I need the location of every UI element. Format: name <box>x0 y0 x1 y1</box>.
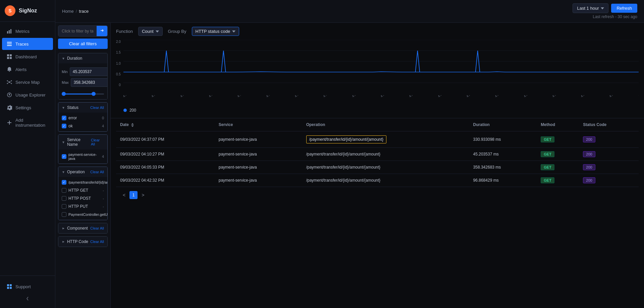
status-error-left: ✓ error <box>62 116 77 120</box>
chart-svg <box>123 40 639 94</box>
service-name-label: payment-service-java <box>68 152 102 161</box>
duration-slider[interactable] <box>58 91 107 98</box>
operation-http-get-item[interactable]: HTTP GET - <box>58 186 107 194</box>
operation-http-post-checkbox[interactable] <box>62 196 66 201</box>
service-name-section-body: ✓ payment-service-java 4 <box>58 149 107 164</box>
sidebar-item-alerts[interactable]: Alerts <box>2 63 53 75</box>
row2-duration: 45.203537 ms <box>469 148 537 161</box>
refresh-button[interactable]: Refresh <box>611 4 637 13</box>
operation-transfer-checkbox[interactable]: ✓ <box>62 180 66 185</box>
slider-fill <box>62 94 96 95</box>
chart-body: 4:05 p.m. 4:07 p.m. 4:09 p.m. 4:11 p.m. … <box>123 40 639 114</box>
sidebar-item-dashboard[interactable]: Dashboard <box>2 51 53 63</box>
svg-rect-2 <box>10 29 11 34</box>
next-page-button[interactable]: > <box>140 192 146 198</box>
breadcrumb-home[interactable]: Home <box>62 9 74 14</box>
function-select[interactable]: Count <box>138 27 163 36</box>
x-label-8: 4:19 p.m. <box>323 96 325 98</box>
status-section-header[interactable]: ▼ Status Clear All <box>58 103 107 113</box>
sidebar-item-traces[interactable]: Traces <box>2 38 53 50</box>
service-name-checkbox[interactable]: ✓ <box>62 154 66 159</box>
status-ok-item[interactable]: ✓ ok 4 <box>58 122 107 130</box>
row3-operation: /payment/transfer/id/{id}/amount/{amount… <box>302 161 469 174</box>
chevron-down-icon <box>601 7 604 9</box>
operation-section-header[interactable]: ▼ Operation Clear All <box>58 167 107 177</box>
table-area: Date Service Operation <box>111 118 644 308</box>
service-name-clear-button[interactable]: Clear All <box>91 138 104 146</box>
sidebar-support[interactable]: Support <box>2 281 53 293</box>
x-label-2: 4:07 p.m. <box>151 96 153 98</box>
page-1-button[interactable]: 1 <box>129 191 138 199</box>
operation-getuserbyid-checkbox[interactable] <box>62 212 66 217</box>
sidebar-item-usage-explorer[interactable]: Usage Explorer <box>2 89 53 101</box>
table-row[interactable]: 09/03/2022 04:37:07 PM payment-service-j… <box>116 131 639 148</box>
operation-clear-button[interactable]: Clear All <box>90 170 104 174</box>
status-section-body: ✓ error 0 ✓ ok 4 <box>58 113 107 131</box>
duration-max-input[interactable] <box>71 78 108 87</box>
col-date: Date <box>116 118 215 131</box>
x-label-1: 4:05 p.m. <box>123 96 125 98</box>
sidebar-item-metrics[interactable]: Metrics <box>2 25 53 37</box>
component-clear-button[interactable]: Clear All <box>90 226 104 230</box>
operation-http-post-item[interactable]: HTTP POST - <box>58 194 107 202</box>
svg-rect-24 <box>10 284 12 286</box>
operation-getuserbyid-item[interactable]: PaymentController.getUserById - <box>58 210 107 219</box>
sidebar-item-service-map[interactable]: Service Map <box>2 76 53 88</box>
time-selector[interactable]: Last 1 hour <box>573 3 608 13</box>
breadcrumb-separator: / <box>76 9 77 14</box>
service-name-item[interactable]: ✓ payment-service-java 4 <box>58 151 107 162</box>
component-section-header[interactable]: ▼ Component Clear All <box>58 223 107 233</box>
operation-section-title: ▼ Operation <box>62 170 85 174</box>
status-error-item[interactable]: ✓ error 0 <box>58 114 107 122</box>
svg-rect-0 <box>7 31 8 34</box>
group-by-select[interactable]: HTTP status code <box>192 27 239 36</box>
chart-bar-icon <box>7 28 12 34</box>
service-name-count: 4 <box>102 155 104 159</box>
duration-section-body: Min ms Max ms <box>58 63 107 99</box>
service-name-section-header[interactable]: ▼ Service Name Clear All <box>58 135 107 149</box>
row2-operation: /payment/transfer/id/{id}/amount/{amount… <box>302 148 469 161</box>
operation-transfer-item[interactable]: ✓ /payment/transfer/id/{id}/amount/{amou… <box>58 178 107 186</box>
pagination: < 1 > <box>116 187 639 203</box>
x-label-10: 4:23 p.m. <box>380 96 382 98</box>
date-sort-icon[interactable] <box>131 123 134 127</box>
operation-http-put-item[interactable]: HTTP PUT - <box>58 202 107 210</box>
http-code-clear-button[interactable]: Clear All <box>90 240 104 244</box>
operation-http-put-checkbox[interactable] <box>62 204 66 209</box>
col-method: Method <box>537 118 579 131</box>
sidebar-item-metrics-label: Metrics <box>15 29 30 34</box>
clear-all-filters-button[interactable]: Clear all filters <box>58 39 108 49</box>
sidebar-item-settings[interactable]: Settings <box>2 102 53 114</box>
status-filter-section: ▼ Status Clear All ✓ error 0 <box>58 102 108 132</box>
row3-date: 09/03/2022 04:05:33 PM <box>116 161 215 174</box>
duration-filter-section: ▼ Duration Min ms Max m <box>58 53 108 100</box>
sidebar-item-add-instrumentation[interactable]: Add instrumentation <box>2 114 53 131</box>
filter-run-button[interactable] <box>97 26 107 36</box>
svg-rect-23 <box>7 284 9 286</box>
operation-http-get-count: - <box>103 188 104 192</box>
duration-section-header[interactable]: ▼ Duration <box>58 53 107 63</box>
slider-thumb-left[interactable] <box>62 92 66 96</box>
filter-tag-input[interactable] <box>58 26 97 36</box>
table-row[interactable]: 09/03/2022 04:05:33 PM payment-service-j… <box>116 161 639 174</box>
sidebar-collapse-button[interactable] <box>0 293 55 304</box>
status-ok-label: ok <box>68 124 73 128</box>
table-row[interactable]: 09/03/2022 04:10:27 PM payment-service-j… <box>116 148 639 161</box>
status-ok-checkbox[interactable]: ✓ <box>62 124 66 128</box>
status-clear-button[interactable]: Clear All <box>90 106 104 110</box>
function-value: Count <box>142 29 154 34</box>
list-icon <box>7 41 12 47</box>
http-code-section-title: ▼ HTTP Code <box>62 239 88 244</box>
operation-http-get-checkbox[interactable] <box>62 188 66 193</box>
table-row[interactable]: 09/03/2022 04:42:32 PM payment-service-j… <box>116 174 639 187</box>
col-service: Service <box>215 118 302 131</box>
duration-min-input[interactable] <box>70 67 108 76</box>
http-code-section-header[interactable]: ▼ HTTP Code Clear All <box>58 237 107 247</box>
prev-page-button[interactable]: < <box>121 192 127 198</box>
service-name-left: ✓ payment-service-java <box>62 152 102 161</box>
row1-status-badge: 200 <box>583 136 595 142</box>
x-label-6: 4:15 p.m. <box>265 96 268 98</box>
filter-tag-area <box>58 25 108 37</box>
status-error-checkbox[interactable]: ✓ <box>62 116 66 120</box>
slider-thumb-right[interactable] <box>92 92 96 96</box>
